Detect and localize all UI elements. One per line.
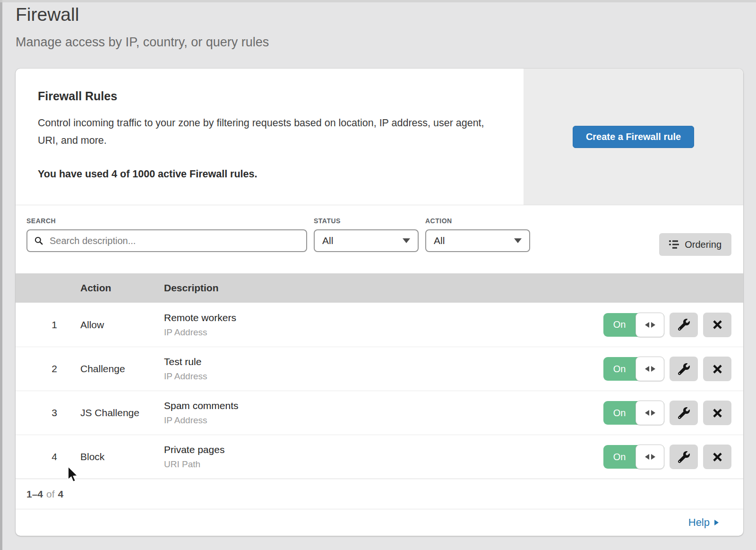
search-filter-group: SEARCH xyxy=(26,217,307,252)
rule-enabled-toggle[interactable]: On xyxy=(603,357,664,381)
toggle-handle[interactable] xyxy=(636,357,664,381)
rule-priority: 1 xyxy=(45,319,64,331)
edit-rule-button[interactable] xyxy=(670,313,698,337)
rule-enabled-toggle[interactable]: On xyxy=(603,313,664,337)
card-top-section: Firewall Rules Control incoming traffic … xyxy=(16,69,743,205)
arrow-left-icon xyxy=(645,454,649,460)
rule-priority: 4 xyxy=(45,451,64,463)
rule-description-block: Remote workers IP Address xyxy=(164,312,236,338)
delete-rule-button[interactable] xyxy=(703,313,731,337)
search-icon xyxy=(34,236,43,245)
status-filter-group: STATUS All xyxy=(314,217,419,252)
rule-action: Block xyxy=(80,451,104,463)
rule-description-block: Spam comments IP Address xyxy=(164,400,239,426)
close-icon xyxy=(712,319,723,330)
action-filter-group: ACTION All xyxy=(425,217,530,252)
action-label: ACTION xyxy=(425,217,530,225)
status-label: STATUS xyxy=(314,217,419,225)
toggle-handle[interactable] xyxy=(636,313,664,337)
close-icon xyxy=(712,408,723,419)
toggle-state-label: On xyxy=(613,364,626,375)
rule-match-type: IP Address xyxy=(164,327,236,338)
screen-edge-top xyxy=(0,0,756,2)
rule-description-block: Private pages URI Path xyxy=(164,444,224,470)
pagination-total: 4 xyxy=(58,489,64,500)
table-row: 4 Block Private pages URI Path On xyxy=(16,435,743,479)
page-title: Firewall xyxy=(16,3,756,26)
rule-controls: On xyxy=(603,445,731,469)
rule-description: Remote workers xyxy=(164,312,236,323)
delete-rule-button[interactable] xyxy=(703,401,731,425)
filters-bar: SEARCH STATUS All ACTION All xyxy=(16,205,743,273)
search-label: SEARCH xyxy=(26,217,307,225)
arrow-left-icon xyxy=(645,366,649,372)
rule-description: Spam comments xyxy=(164,400,239,411)
firewall-rules-card: Firewall Rules Control incoming traffic … xyxy=(16,69,743,536)
rule-enabled-toggle[interactable]: On xyxy=(603,401,664,425)
delete-rule-button[interactable] xyxy=(703,357,731,381)
cta-panel: Create a Firewall rule xyxy=(524,69,743,205)
rule-description-block: Test rule IP Address xyxy=(164,356,207,382)
wrench-icon xyxy=(678,319,690,331)
search-input[interactable] xyxy=(49,235,300,247)
edit-rule-button[interactable] xyxy=(670,357,698,381)
rule-enabled-toggle[interactable]: On xyxy=(603,445,664,469)
edit-rule-button[interactable] xyxy=(670,401,698,425)
help-link[interactable]: Help xyxy=(688,516,719,529)
toggle-state-label: On xyxy=(613,319,626,330)
ordered-list-icon xyxy=(669,240,679,249)
delete-rule-button[interactable] xyxy=(703,445,731,469)
wrench-icon xyxy=(678,407,690,419)
status-select-value: All xyxy=(322,235,333,246)
intro-heading: Firewall Rules xyxy=(38,89,505,103)
action-select[interactable]: All xyxy=(425,229,530,252)
rule-controls: On xyxy=(603,313,731,337)
rule-controls: On xyxy=(603,357,731,381)
arrow-left-icon xyxy=(645,322,649,328)
toggle-state-label: On xyxy=(613,408,626,419)
rule-description: Private pages xyxy=(164,444,224,455)
chevron-down-icon xyxy=(514,238,522,243)
toggle-state-label: On xyxy=(613,452,626,463)
toggle-handle[interactable] xyxy=(636,445,664,469)
help-link-label: Help xyxy=(688,516,710,529)
wrench-icon xyxy=(678,363,690,375)
wrench-icon xyxy=(678,451,690,463)
rule-controls: On xyxy=(603,401,731,425)
table-row: 3 JS Challenge Spam comments IP Address … xyxy=(16,391,743,435)
close-icon xyxy=(712,364,723,375)
toggle-handle[interactable] xyxy=(636,401,664,425)
edit-rule-button[interactable] xyxy=(670,445,698,469)
action-select-value: All xyxy=(434,235,445,246)
search-input-wrapper[interactable] xyxy=(26,229,307,252)
pagination-of: of xyxy=(46,489,55,500)
card-bottom-bar: Help xyxy=(16,509,743,535)
pagination-bar: 1–4 of 4 xyxy=(16,479,743,509)
close-icon xyxy=(712,452,723,463)
ordering-button-label: Ordering xyxy=(685,239,722,250)
create-firewall-rule-button[interactable]: Create a Firewall rule xyxy=(573,126,694,148)
arrow-left-icon xyxy=(645,410,649,416)
intro-usage-count: You have used 4 of 1000 active Firewall … xyxy=(38,168,505,180)
table-header: Action Description xyxy=(16,273,743,303)
page-subtitle: Manage access by IP, country, or query r… xyxy=(16,34,756,50)
pagination-range: 1–4 xyxy=(26,489,43,500)
status-select[interactable]: All xyxy=(314,229,419,252)
page-header: Firewall Manage access by IP, country, o… xyxy=(0,0,756,50)
arrow-right-icon xyxy=(714,520,719,525)
arrow-right-icon xyxy=(651,454,655,460)
rule-match-type: IP Address xyxy=(164,371,207,382)
intro-description: Control incoming traffic to your zone by… xyxy=(38,114,490,149)
rules-list: 1 Allow Remote workers IP Address On xyxy=(16,303,743,479)
ordering-button[interactable]: Ordering xyxy=(659,233,731,256)
table-row: 1 Allow Remote workers IP Address On xyxy=(16,303,743,347)
column-header-action: Action xyxy=(80,282,111,294)
arrow-right-icon xyxy=(651,366,655,372)
rule-match-type: URI Path xyxy=(164,459,224,470)
rule-action: Challenge xyxy=(80,363,125,375)
rule-priority: 2 xyxy=(45,363,64,375)
rule-action: Allow xyxy=(80,319,104,331)
rule-description: Test rule xyxy=(164,356,207,367)
chevron-down-icon xyxy=(403,238,410,243)
rule-action: JS Challenge xyxy=(80,407,139,419)
